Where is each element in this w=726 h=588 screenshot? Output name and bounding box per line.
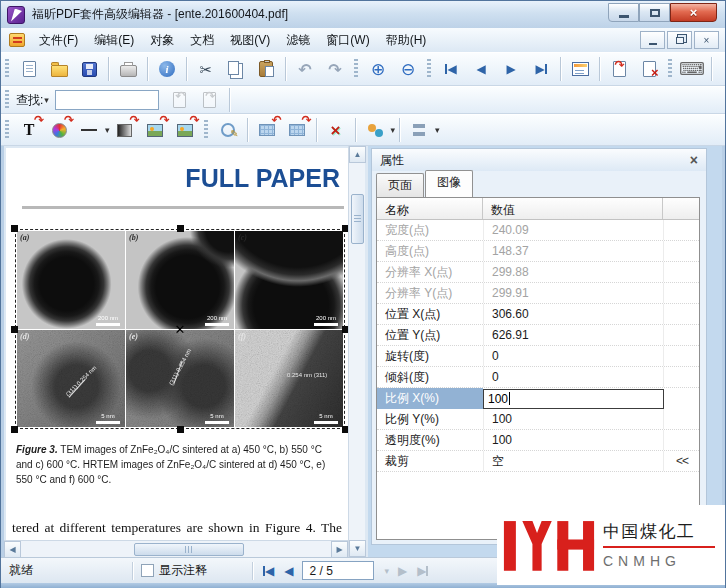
property-row[interactable]: 透明度(%)100 [377,430,699,451]
find-previous-button[interactable]: ↶ [165,87,195,113]
hrtem-image-f[interactable]: (f) 0.254 nm (311) 5 nm [235,330,343,428]
edit-image-button[interactable]: ↷ [140,117,170,143]
vertical-scroll-thumb[interactable] [351,194,364,244]
selection-handle-bottom-right[interactable] [342,426,348,433]
line-style-button[interactable] [74,117,104,143]
selection-handle-bottom-mid[interactable] [177,426,184,433]
title-bar[interactable]: 福昕PDF套件高级编辑器 - [ente.201600404.pdf] × [1,1,725,28]
toolbar-grip[interactable] [668,59,672,79]
zoom-in-button[interactable]: ⊕ [363,56,393,82]
maximize-button[interactable] [639,3,670,22]
menu-file[interactable]: 文件(F) [31,28,86,53]
hrtem-image-e[interactable]: (e) (311) 0.254 nm 5 nm [126,330,234,428]
open-button[interactable] [44,56,74,82]
page-indicator[interactable]: 2 / 5 [302,561,374,580]
property-row[interactable]: 裁剪空<< [377,451,699,472]
vertical-scrollbar[interactable]: ▲ ▼ [348,146,365,557]
property-row[interactable]: 旋转(度)0 [377,346,699,367]
reviewers-button[interactable] [360,117,390,143]
property-row[interactable]: 高度(点)148.37 [377,241,699,262]
status-first-page-button[interactable]: ◀ [263,564,274,578]
path-in-button[interactable]: ↶ [252,117,282,143]
cut-button[interactable]: ✂ [191,56,221,82]
close-button[interactable]: × [670,3,717,22]
expand-collapse-control[interactable]: << [663,451,699,471]
property-row[interactable]: 宽度(点)240.09 [377,220,699,241]
next-page-button[interactable]: ▶ [496,56,526,82]
property-row-editing[interactable]: 比例 X(%) 100 [377,388,699,409]
properties-panel-titlebar[interactable]: 属性 × [372,149,706,171]
zoom-out-button[interactable]: ⊖ [393,56,423,82]
import-page-button[interactable]: ↷ [604,56,634,82]
property-row[interactable]: 比例 Y(%)100 [377,409,699,430]
menu-edit[interactable]: 编辑(E) [86,28,142,53]
document-info-button[interactable]: i [152,56,182,82]
find-dropdown-icon[interactable]: ▾ [44,95,49,105]
scale-x-edit-input[interactable]: 100 [483,389,664,409]
property-row[interactable]: 位置 Y(点)626.91 [377,325,699,346]
page-properties-button[interactable] [565,56,595,82]
copy-button[interactable] [221,56,251,82]
mdi-close-button[interactable]: × [694,31,719,49]
selection-handle-top-mid[interactable] [177,225,184,232]
horizontal-scrollbar[interactable]: ◀ ▶ [4,540,348,557]
first-page-button[interactable]: ◀ [436,56,466,82]
redo-button[interactable]: ↷ [320,56,350,82]
new-document-button[interactable] [14,56,44,82]
keyboard-button[interactable]: ⌨ [677,56,707,82]
selection-handle-mid-left[interactable] [11,326,18,333]
scroll-up-button[interactable]: ▲ [349,146,366,163]
property-row[interactable]: 位置 X(点)306.60 [377,304,699,325]
tem-image-c[interactable]: (c) 200 nm [235,231,343,329]
tem-image-b[interactable]: (b) 200 nm [126,231,234,329]
add-shading-button[interactable]: ↷ [110,117,140,143]
status-prev-page-button[interactable]: ◀ [284,564,293,578]
undo-button[interactable]: ↶ [290,56,320,82]
horizontal-scroll-thumb[interactable] [134,543,244,556]
toolbar-grip[interactable] [204,120,208,140]
add-image-button[interactable]: ↷ [170,117,200,143]
selection-center-marker[interactable]: ✕ [175,323,186,336]
find-next-button[interactable]: ↷ [195,87,225,113]
toolbar-grip[interactable] [5,90,9,110]
selected-figure[interactable]: (a) 200 nm (b) 200 nm (c) 200 nm [12,226,348,432]
menu-window[interactable]: 窗口(W) [318,28,377,53]
property-row[interactable]: 分辨率 Y(点)299.91 [377,283,699,304]
tab-image[interactable]: 图像 [425,170,473,197]
document-menu-icon[interactable] [9,33,25,47]
menu-filter[interactable]: 滤镜 [278,28,318,53]
reviewers-dropdown-icon[interactable]: ▾ [391,125,396,135]
tem-image-a[interactable]: (a) 200 nm [17,231,125,329]
menu-document[interactable]: 文档 [182,28,222,53]
menu-help[interactable]: 帮助(H) [378,28,435,53]
mdi-restore-button[interactable] [667,31,692,49]
add-shape-button[interactable]: ↷ [44,117,74,143]
find-input[interactable] [55,90,159,110]
paste-button[interactable] [251,56,281,82]
scroll-down-button[interactable]: ▼ [349,540,366,557]
path-out-button[interactable]: ↷ [282,117,312,143]
save-button[interactable] [74,56,104,82]
menu-view[interactable]: 视图(V) [222,28,278,53]
scroll-left-button[interactable]: ◀ [4,541,21,558]
status-last-page-button[interactable]: ▶ [417,564,428,578]
page-goto-dropdown-icon[interactable]: ▾ [384,566,389,576]
scroll-right-button[interactable]: ▶ [331,541,348,558]
toolbar-grip[interactable] [354,59,358,79]
print-button[interactable] [113,56,143,82]
align-dropdown-icon[interactable]: ▾ [435,125,440,135]
toolbar-grip[interactable] [5,120,9,140]
add-text-button[interactable]: T↷ [14,117,44,143]
panel-close-icon[interactable]: × [690,153,698,167]
select-object-button[interactable]: ✎ [213,117,243,143]
pdf-page[interactable]: FULL PAPER (a) 200 nm (b) 200 nm [6,148,348,540]
mdi-minimize-button[interactable] [640,31,665,49]
delete-object-button[interactable]: × [321,117,351,143]
status-next-page-button[interactable]: ▶ [398,564,407,578]
property-row[interactable]: 倾斜(度)0 [377,367,699,388]
minimize-button[interactable] [608,3,639,22]
tab-page[interactable]: 页面 [376,173,424,198]
property-row[interactable]: 分辨率 X(点)299.88 [377,262,699,283]
selection-handle-bottom-left[interactable] [11,426,18,433]
last-page-button[interactable]: ▶ [526,56,556,82]
